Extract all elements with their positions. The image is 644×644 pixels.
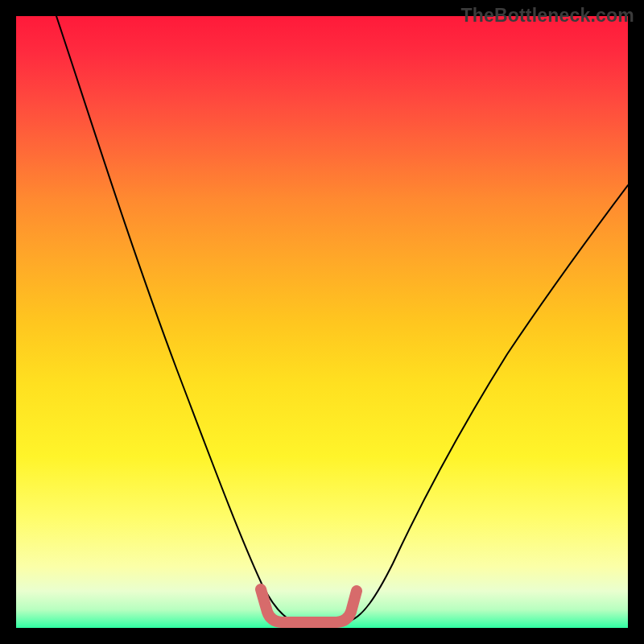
curve-path	[56, 16, 628, 624]
chart-frame: TheBottleneck.com	[0, 0, 644, 644]
chart-svg	[16, 16, 628, 628]
plot-area	[16, 16, 628, 628]
watermark-text: TheBottleneck.com	[460, 5, 634, 27]
